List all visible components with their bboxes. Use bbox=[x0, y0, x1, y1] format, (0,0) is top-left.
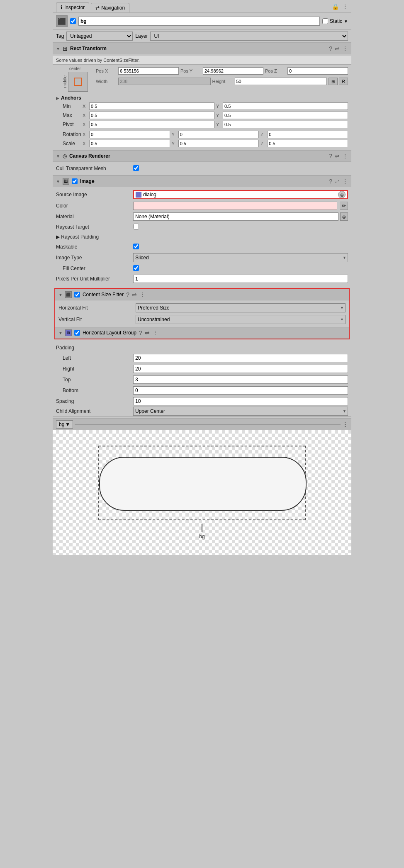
vertical-fit-select[interactable]: Unconstrained bbox=[136, 315, 346, 324]
pivot-x-input[interactable] bbox=[89, 121, 214, 128]
constrain-button[interactable]: ⊞ bbox=[329, 78, 338, 85]
rect-transform-menu-icon[interactable]: ⋮ bbox=[342, 45, 348, 52]
rotation-x-input[interactable] bbox=[89, 131, 170, 138]
spacing-row: Spacing bbox=[53, 396, 351, 407]
tab-navigation[interactable]: ⇄ Navigation bbox=[91, 3, 129, 12]
raycast-padding-label: ▶ Raycast Padding bbox=[56, 234, 131, 240]
maskable-checkbox[interactable] bbox=[133, 244, 139, 249]
canvas-renderer-settings-icon[interactable]: ⇌ bbox=[335, 153, 340, 159]
object-name-input[interactable] bbox=[78, 17, 320, 26]
rect-transform-icon: ⊞ bbox=[63, 45, 68, 52]
menu-icon[interactable]: ⋮ bbox=[342, 3, 348, 10]
anchor-max-x-input[interactable] bbox=[89, 112, 214, 119]
cull-transparent-checkbox[interactable] bbox=[133, 165, 139, 171]
raycast-target-checkbox[interactable] bbox=[133, 224, 139, 229]
height-input[interactable] bbox=[235, 78, 327, 85]
csf-menu-icon[interactable]: ⋮ bbox=[139, 291, 145, 298]
spacing-input[interactable] bbox=[133, 397, 348, 405]
rotation-z-input[interactable] bbox=[267, 131, 348, 138]
image-collapse[interactable]: ▼ bbox=[56, 179, 60, 184]
pivot-row: Pivot X Y bbox=[53, 120, 351, 129]
hlg-help-icon[interactable]: ? bbox=[139, 329, 142, 336]
bottom-object-label: bg bbox=[59, 422, 64, 427]
padding-right-input[interactable] bbox=[133, 365, 348, 373]
source-image-box[interactable]: dialog ◎ bbox=[133, 190, 348, 199]
image-type-select[interactable]: Sliced bbox=[133, 253, 348, 262]
image-settings-icon[interactable]: ⇌ bbox=[335, 178, 340, 185]
horizontal-fit-select-wrapper: Preferred Size bbox=[136, 303, 346, 312]
static-dropdown-arrow[interactable]: ▼ bbox=[344, 19, 348, 24]
pivot-y-input[interactable] bbox=[223, 121, 348, 128]
hlg-enabled-checkbox[interactable] bbox=[74, 330, 80, 336]
scale-x-input[interactable] bbox=[89, 140, 170, 147]
hlg-menu-icon[interactable]: ⋮ bbox=[152, 329, 158, 336]
csf-enabled-checkbox[interactable] bbox=[74, 292, 80, 297]
anchors-collapse[interactable]: ▶ bbox=[56, 96, 59, 100]
canvas-renderer-collapse[interactable]: ▼ bbox=[56, 154, 60, 158]
hlg-collapse[interactable]: ▼ bbox=[58, 331, 63, 335]
anchor-max-row: Max X Y bbox=[53, 111, 351, 120]
padding-bottom-input[interactable] bbox=[133, 386, 348, 395]
raycast-padding-collapse[interactable]: ▶ bbox=[56, 234, 61, 240]
csf-content: Horizontal Fit Preferred Size Vertical F… bbox=[55, 300, 349, 327]
padding-top-input[interactable] bbox=[133, 375, 348, 384]
canvas-renderer-help-icon[interactable]: ? bbox=[329, 153, 332, 159]
eyedropper-button[interactable]: ✏ bbox=[340, 202, 348, 210]
bottom-object-dropdown[interactable]: bg ▼ bbox=[56, 420, 73, 429]
csf-collapse[interactable]: ▼ bbox=[58, 293, 63, 297]
material-select-btn[interactable]: ◎ bbox=[340, 212, 348, 221]
csf-outlined-wrapper: ▼ ⬛ Content Size Fitter ? ⇌ ⋮ Horizontal… bbox=[54, 288, 350, 339]
fill-center-checkbox[interactable] bbox=[133, 265, 139, 271]
pos-x-input[interactable] bbox=[118, 67, 179, 75]
anchors-header: ▶ Anchors bbox=[53, 94, 351, 102]
csf-settings-icon[interactable]: ⇌ bbox=[132, 291, 137, 298]
tab-inspector[interactable]: ℹ Inspector bbox=[56, 2, 89, 12]
child-align-row: Child Alignment Upper Center bbox=[53, 407, 351, 417]
anchor-min-x-input[interactable] bbox=[89, 102, 214, 110]
horizontal-fit-select[interactable]: Preferred Size bbox=[136, 303, 346, 312]
static-checkbox[interactable] bbox=[322, 18, 328, 24]
layer-dropdown[interactable]: UI bbox=[150, 32, 348, 41]
rotation-y-input[interactable] bbox=[178, 131, 259, 138]
pos-z-input[interactable] bbox=[287, 67, 348, 75]
csf-help-icon[interactable]: ? bbox=[126, 291, 129, 298]
pixels-per-unit-input[interactable] bbox=[133, 275, 348, 283]
image-type-select-wrapper: Sliced bbox=[133, 253, 348, 262]
canvas-renderer-menu-icon[interactable]: ⋮ bbox=[342, 153, 348, 159]
scale-z-input[interactable] bbox=[267, 140, 348, 147]
width-input[interactable] bbox=[118, 78, 211, 85]
pos-z-label: Pos Z bbox=[265, 68, 286, 73]
reset-button[interactable]: R bbox=[339, 78, 348, 85]
lock-icon[interactable]: 🔒 bbox=[332, 3, 339, 10]
anchor-min-y-input[interactable] bbox=[223, 102, 348, 110]
padding-top-row: Top bbox=[53, 374, 351, 385]
scale-y-input[interactable] bbox=[178, 140, 259, 147]
image-menu-icon[interactable]: ⋮ bbox=[342, 178, 348, 185]
color-swatch[interactable] bbox=[133, 202, 337, 210]
anchor-min-y-field: Y bbox=[216, 102, 348, 110]
image-help-icon[interactable]: ? bbox=[329, 178, 332, 185]
preview-area: bg bbox=[53, 430, 351, 555]
anchor-box[interactable] bbox=[68, 72, 88, 92]
rect-transform-collapse[interactable]: ▼ bbox=[56, 46, 60, 51]
material-input[interactable] bbox=[133, 212, 338, 221]
bottom-bar-menu-icon[interactable]: ⋮ bbox=[342, 421, 348, 428]
source-image-select-btn[interactable]: ◎ bbox=[338, 191, 346, 198]
hlg-settings-icon[interactable]: ⇌ bbox=[145, 329, 150, 336]
tag-dropdown[interactable]: Untagged bbox=[66, 32, 133, 41]
source-image-row: Source Image dialog ◎ bbox=[53, 189, 351, 200]
pos-y-input[interactable] bbox=[203, 67, 263, 75]
padding-top-label: Top bbox=[56, 377, 131, 383]
anchor-max-y-input[interactable] bbox=[223, 112, 348, 119]
image-enabled-checkbox[interactable] bbox=[72, 178, 78, 184]
horizontal-fit-label: Horizontal Fit bbox=[58, 305, 133, 311]
fill-center-row: Fill Center bbox=[53, 263, 351, 273]
image-content: Source Image dialog ◎ Color ✏ Material ◎ bbox=[53, 187, 351, 286]
child-align-select[interactable]: Upper Center bbox=[133, 407, 348, 416]
padding-left-input[interactable] bbox=[133, 354, 348, 362]
hlg-title: Horizontal Layout Group bbox=[83, 330, 136, 336]
rect-transform-settings-icon[interactable]: ⇌ bbox=[335, 45, 340, 52]
rect-transform-help-icon[interactable]: ? bbox=[329, 45, 332, 52]
source-image-value: dialog bbox=[143, 192, 156, 197]
object-active-checkbox[interactable] bbox=[70, 18, 76, 24]
